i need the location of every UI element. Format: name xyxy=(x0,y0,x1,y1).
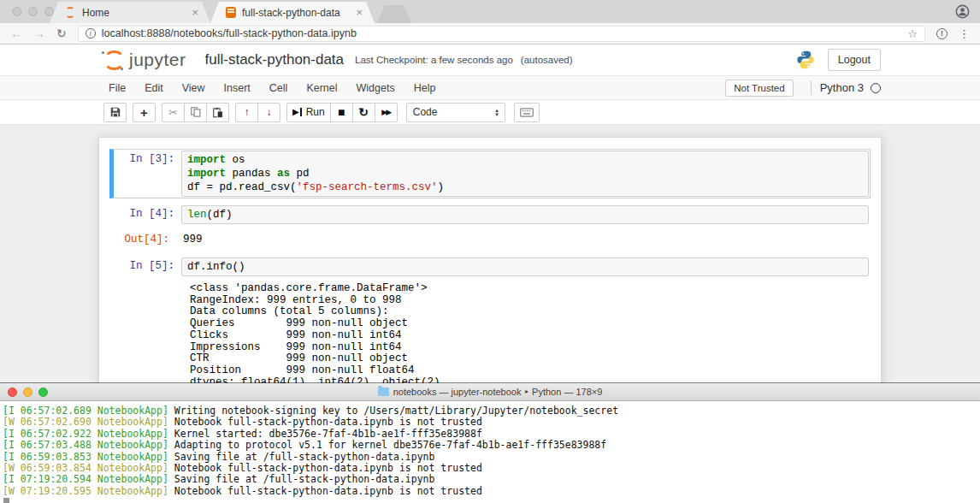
menubar: File Edit View Insert Cell Kernel Widget… xyxy=(0,75,980,100)
keyboard-icon xyxy=(520,108,534,117)
run-button[interactable]: ▶ Run xyxy=(286,103,331,122)
terminal-close-button[interactable] xyxy=(8,388,17,397)
reload-icon[interactable]: ↻ xyxy=(56,27,67,39)
url-text[interactable]: localhost:8888/notebooks/full-stack-pyth… xyxy=(102,27,357,39)
kernel-status-icon xyxy=(871,83,881,93)
tab-home[interactable]: Home × xyxy=(50,2,210,23)
interrupt-kernel-button[interactable]: ■ xyxy=(330,103,353,122)
address-bar[interactable]: i localhost:8888/notebooks/full-stack-py… xyxy=(78,26,925,42)
notebook-cell[interactable]: In [3]:import osimport pandas as pddf = … xyxy=(109,149,871,198)
input-prompt: In [5]: xyxy=(115,257,181,276)
restart-kernel-button[interactable]: ↻ xyxy=(352,103,375,122)
browser-toolbar: ← → ↻ i localhost:8888/notebooks/full-st… xyxy=(0,23,980,44)
cut-cell-button[interactable]: ✂ xyxy=(162,103,185,122)
input-prompt: In [3]: xyxy=(115,151,181,197)
tab-label: full-stack-python-data xyxy=(242,7,348,19)
menu-widgets[interactable]: Widgets xyxy=(347,77,404,99)
menu-kernel[interactable]: Kernel xyxy=(297,77,346,99)
notebook-cell[interactable]: In [4]:len(df) xyxy=(109,204,871,226)
terminal-window: notebooks — jupyter-notebook ‣ Python — … xyxy=(0,383,980,503)
checkpoint-status: Last Checkpoint: a few seconds ago xyxy=(355,55,513,65)
notebook-title[interactable]: full-stack-python-data xyxy=(205,51,345,68)
jupyter-header: jupyter full-stack-python-data Last Chec… xyxy=(0,44,980,75)
code-input[interactable]: len(df) xyxy=(181,205,869,224)
close-window-button[interactable] xyxy=(12,7,21,16)
terminal-minimize-button[interactable] xyxy=(23,388,32,397)
cell-input-row: In [4]:len(df) xyxy=(115,205,869,224)
cut-icon: ✂ xyxy=(168,107,178,118)
profile-icon[interactable] xyxy=(955,4,970,19)
jupyter-wordmark: jupyter xyxy=(129,50,186,70)
terminal-zoom-button[interactable] xyxy=(38,388,48,397)
jupyter-logo xyxy=(101,50,123,71)
python-logo-icon xyxy=(795,50,816,70)
menu-cell[interactable]: Cell xyxy=(260,77,298,99)
move-cell-up-button[interactable]: ↑ xyxy=(235,103,258,122)
forward-icon[interactable]: → xyxy=(33,27,45,39)
menu-view[interactable]: View xyxy=(173,77,215,99)
menu-help[interactable]: Help xyxy=(404,77,446,99)
terminal-window-controls xyxy=(8,388,48,397)
run-icon: ▶ xyxy=(292,108,299,116)
terminal-titlebar[interactable]: notebooks — jupyter-notebook ‣ Python — … xyxy=(0,383,980,401)
run-label: Run xyxy=(306,106,325,118)
stream-output: <class 'pandas.core.frame.DataFrame'> Ra… xyxy=(183,283,871,383)
zoom-window-button[interactable] xyxy=(44,7,54,16)
browser-menu-icon[interactable]: ⋮ xyxy=(959,27,970,40)
arrow-down-icon: ↓ xyxy=(267,107,272,117)
window-controls xyxy=(12,7,54,16)
minimize-window-button[interactable] xyxy=(28,7,38,16)
menu-file[interactable]: File xyxy=(99,77,135,99)
add-cell-button[interactable]: + xyxy=(133,103,156,122)
restart-icon: ↻ xyxy=(358,106,369,118)
terminal-line: [I 06:57:02.922 NotebookApp] Kernel star… xyxy=(3,429,980,440)
code-input[interactable]: df.info() xyxy=(181,257,869,276)
tab-notebook[interactable]: full-stack-python-data × xyxy=(210,2,375,23)
terminal-cursor xyxy=(3,498,9,503)
notebook-cell[interactable]: In [5]:df.info() xyxy=(109,256,871,278)
autosave-status: (autosaved) xyxy=(521,55,573,65)
output-value: 999 xyxy=(176,231,203,246)
close-icon[interactable]: × xyxy=(190,7,200,18)
new-tab-button[interactable] xyxy=(377,5,411,23)
menu-edit[interactable]: Edit xyxy=(135,77,173,99)
paste-icon xyxy=(213,107,223,118)
copy-cell-button[interactable] xyxy=(184,103,207,122)
save-button[interactable] xyxy=(103,103,127,122)
restart-run-all-button[interactable]: ▶▶ xyxy=(375,103,398,122)
alert-icon[interactable]: ! xyxy=(936,28,948,39)
paste-cell-button[interactable] xyxy=(206,103,229,122)
cell-input-row: In [3]:import osimport pandas as pddf = … xyxy=(115,151,869,197)
notebook-cells: In [3]:import osimport pandas as pddf = … xyxy=(109,149,871,383)
code-line: import os xyxy=(187,153,863,167)
copy-icon xyxy=(191,107,201,117)
code-input[interactable]: import osimport pandas as pddf = pd.read… xyxy=(181,151,869,197)
tab-label: Home xyxy=(82,7,184,19)
logout-button[interactable]: Logout xyxy=(828,49,881,71)
site-info-icon[interactable]: i xyxy=(86,28,96,38)
jupyter-favicon xyxy=(65,7,76,18)
cell-output-row: Out[4]:999 xyxy=(109,231,871,246)
cell-type-value: Code xyxy=(413,106,438,118)
select-arrows-icon: ▴ ▾ xyxy=(495,108,499,116)
back-icon[interactable]: ← xyxy=(10,27,22,39)
bookmark-star-icon[interactable]: ☆ xyxy=(907,27,918,40)
code-line: df = pd.read_csv('fsp-search-terms.csv') xyxy=(187,180,863,194)
output-prompt: Out[4]: xyxy=(109,231,176,246)
trust-status-button[interactable]: Not Trusted xyxy=(725,80,793,97)
terminal-line: [W 06:57:02.690 NotebookApp] Notebook fu… xyxy=(3,417,980,428)
move-cell-down-button[interactable]: ↓ xyxy=(257,103,280,122)
notebook-toolbar: + ✂ ↑ ↓ xyxy=(0,100,980,125)
command-palette-button[interactable] xyxy=(514,103,540,122)
close-icon[interactable]: × xyxy=(354,7,364,18)
cell-type-select[interactable]: Code ▴ ▾ xyxy=(406,103,505,122)
menu-insert[interactable]: Insert xyxy=(215,77,260,99)
screen: Home × full-stack-python-data × ← → ↻ i xyxy=(0,0,980,503)
input-prompt: In [4]: xyxy=(115,205,181,224)
browser-tab-bar: Home × full-stack-python-data × xyxy=(0,0,980,23)
folder-icon xyxy=(378,388,389,396)
stop-icon: ■ xyxy=(338,106,345,118)
kernel-name: Python 3 xyxy=(820,81,864,94)
terminal-line: [I 06:59:03.853 NotebookApp] Saving file… xyxy=(3,452,980,463)
cell-input-row: In [5]:df.info() xyxy=(115,257,869,276)
